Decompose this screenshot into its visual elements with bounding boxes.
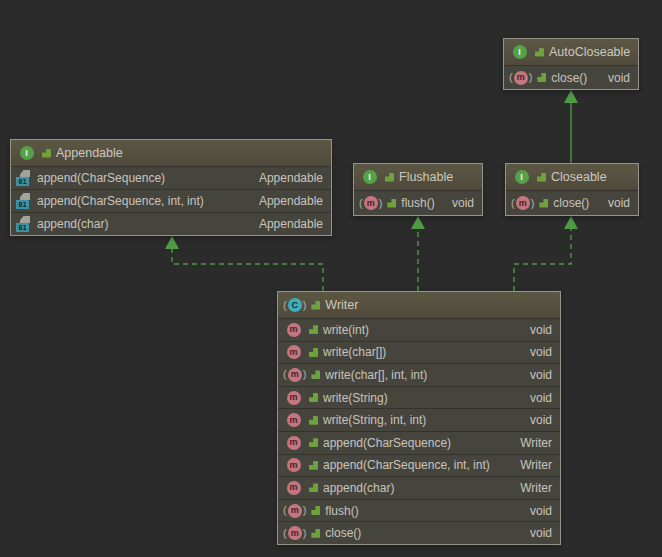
method-return-type: void xyxy=(530,345,552,359)
method-return-type: void xyxy=(530,413,552,427)
public-modifier-icon xyxy=(311,529,320,538)
public-modifier-icon xyxy=(42,149,51,158)
method-name: flush() xyxy=(325,504,358,518)
method-icon: m xyxy=(283,323,304,337)
method-icon: m xyxy=(283,391,304,405)
binary-method-icon: 01 xyxy=(16,216,32,232)
public-modifier-icon xyxy=(309,461,318,470)
public-modifier-icon xyxy=(535,48,544,57)
abstract-method-icon: m xyxy=(283,504,306,518)
method-return-type: Appendable xyxy=(259,194,323,208)
method-row[interactable]: 01 append(CharSequence) Appendable xyxy=(11,166,331,189)
public-modifier-icon xyxy=(537,173,546,182)
method-row[interactable]: m append(char) Writer xyxy=(278,476,560,499)
abstract-method-icon: m xyxy=(359,196,382,210)
abstract-class-icon: C xyxy=(283,298,306,312)
class-name: Flushable xyxy=(399,170,453,184)
method-name: append(CharSequence, int, int) xyxy=(323,458,490,472)
method-name: flush() xyxy=(401,196,434,210)
method-row[interactable]: m close() void xyxy=(278,521,560,544)
abstract-method-icon: m xyxy=(283,368,306,382)
method-icon: m xyxy=(283,458,304,472)
method-return-type: Appendable xyxy=(259,171,323,185)
method-return-type: void xyxy=(530,368,552,382)
public-modifier-icon xyxy=(385,173,394,182)
class-header[interactable]: I Closeable xyxy=(506,164,638,190)
class-header[interactable]: I AutoCloseable xyxy=(504,39,638,65)
public-modifier-icon xyxy=(537,73,546,82)
method-name: append(char) xyxy=(37,217,108,231)
method-icon: m xyxy=(283,481,304,495)
edge-writer-implements-closeable[interactable] xyxy=(514,216,578,291)
method-return-type: void xyxy=(608,71,630,85)
interface-icon: I xyxy=(511,170,532,184)
class-node-closeable[interactable]: I Closeable m close() void xyxy=(505,163,639,216)
method-icon: m xyxy=(283,436,304,450)
method-name: append(char) xyxy=(323,481,394,495)
method-name: close() xyxy=(551,71,587,85)
abstract-method-icon: m xyxy=(511,196,534,210)
public-modifier-icon xyxy=(311,506,320,515)
public-modifier-icon xyxy=(309,348,318,357)
public-modifier-icon xyxy=(311,370,320,379)
class-header[interactable]: C Writer xyxy=(278,292,560,318)
triangle-arrowhead xyxy=(564,90,578,103)
interface-icon: I xyxy=(509,45,530,59)
class-header[interactable]: I Flushable xyxy=(354,164,482,190)
method-row[interactable]: m append(CharSequence) Writer xyxy=(278,431,560,454)
triangle-arrowhead xyxy=(411,216,425,229)
method-name: write(int) xyxy=(323,323,369,337)
method-row[interactable]: m append(CharSequence, int, int) Writer xyxy=(278,454,560,477)
class-node-autocloseable[interactable]: I AutoCloseable m close() void xyxy=(503,38,639,90)
class-name: AutoCloseable xyxy=(549,45,630,59)
method-name: append(CharSequence, int, int) xyxy=(37,194,204,208)
edge-closeable-extends-autocloseable[interactable] xyxy=(564,90,578,163)
method-name: write(String, int, int) xyxy=(323,413,426,427)
uml-diagram-canvas: I AutoCloseable m close() void I Appenda… xyxy=(0,0,662,557)
method-return-type: void xyxy=(530,526,552,540)
method-row[interactable]: m flush() void xyxy=(278,499,560,522)
edge-writer-implements-appendable[interactable] xyxy=(165,236,323,291)
public-modifier-icon xyxy=(539,199,548,208)
interface-icon: I xyxy=(16,146,37,160)
method-row[interactable]: 01 append(char) Appendable xyxy=(11,212,331,235)
class-name: Appendable xyxy=(56,146,123,160)
method-return-type: Appendable xyxy=(259,217,323,231)
method-row[interactable]: m write(String) void xyxy=(278,386,560,409)
public-modifier-icon xyxy=(387,199,396,208)
method-return-type: void xyxy=(530,323,552,337)
binary-method-icon: 01 xyxy=(16,170,32,186)
method-name: append(CharSequence) xyxy=(37,171,165,185)
method-name: close() xyxy=(553,196,589,210)
edge-writer-implements-flushable[interactable] xyxy=(411,216,425,291)
public-modifier-icon xyxy=(309,325,318,334)
public-modifier-icon xyxy=(309,438,318,447)
method-name: append(CharSequence) xyxy=(323,436,451,450)
class-node-flushable[interactable]: I Flushable m flush() void xyxy=(353,163,483,216)
method-row[interactable]: m write(String, int, int) void xyxy=(278,408,560,431)
class-name: Writer xyxy=(325,298,358,312)
method-row[interactable]: m write(int) void xyxy=(278,318,560,341)
method-row[interactable]: m close() void xyxy=(504,65,638,89)
public-modifier-icon xyxy=(309,483,318,492)
method-row[interactable]: m write(char[], int, int) void xyxy=(278,363,560,386)
class-node-writer[interactable]: C Writer m write(int) void m write(char[… xyxy=(277,291,561,545)
class-header[interactable]: I Appendable xyxy=(11,140,331,166)
method-row[interactable]: 01 append(CharSequence, int, int) Append… xyxy=(11,189,331,212)
method-icon: m xyxy=(283,345,304,359)
method-return-type: void xyxy=(608,196,630,210)
method-name: close() xyxy=(325,526,361,540)
public-modifier-icon xyxy=(311,301,320,310)
interface-icon: I xyxy=(359,170,380,184)
class-node-appendable[interactable]: I Appendable 01 append(CharSequence) App… xyxy=(10,139,332,236)
method-return-type: Writer xyxy=(520,436,552,450)
method-row[interactable]: m close() void xyxy=(506,190,638,215)
method-row[interactable]: m flush() void xyxy=(354,190,482,215)
method-name: write(String) xyxy=(323,391,388,405)
abstract-method-icon: m xyxy=(283,526,306,540)
method-return-type: void xyxy=(530,391,552,405)
method-return-type: void xyxy=(530,504,552,518)
public-modifier-icon xyxy=(309,416,318,425)
public-modifier-icon xyxy=(309,393,318,402)
method-row[interactable]: m write(char[]) void xyxy=(278,341,560,364)
